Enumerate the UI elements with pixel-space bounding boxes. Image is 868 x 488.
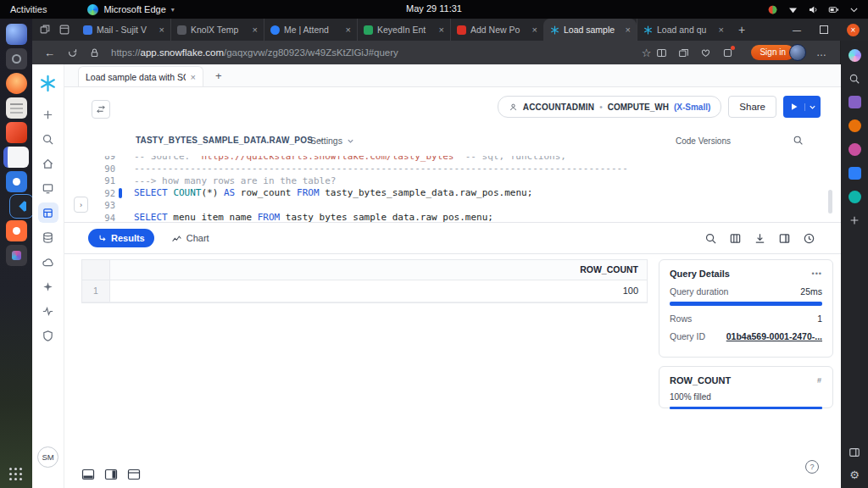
search-icon[interactable] <box>704 232 717 245</box>
url-field[interactable]: https://app.snowflake.com/gaqxgvw/zg8092… <box>111 47 398 58</box>
activities-button[interactable]: Activities <box>10 4 47 14</box>
download-icon[interactable] <box>754 232 766 245</box>
tab-close-icon[interactable]: × <box>532 25 537 35</box>
results-tab[interactable]: Results <box>88 229 154 247</box>
sidebar-item-worksheets[interactable] <box>38 202 58 223</box>
refresh-icon[interactable] <box>67 47 78 58</box>
workspaces-icon[interactable] <box>39 24 51 36</box>
code-versions-link[interactable]: Code Versions <box>676 136 731 146</box>
files-app-icon[interactable] <box>6 48 27 69</box>
back-icon[interactable]: ← <box>44 47 55 59</box>
browser-tab[interactable]: Load sample× <box>543 19 637 41</box>
play-icon[interactable] <box>790 103 798 111</box>
browser-tab[interactable]: Mail - Sujit V× <box>77 19 170 41</box>
network-icon[interactable] <box>787 4 798 15</box>
column-header-row-count[interactable]: ROW_COUNT <box>110 260 647 280</box>
browser-menu-icon[interactable]: … <box>816 47 827 58</box>
app-menu[interactable]: Microsoft Edge ▾ <box>87 4 174 15</box>
browser-tab[interactable]: KnolX Temp× <box>170 19 264 41</box>
media-app-icon[interactable] <box>6 122 27 143</box>
games-icon[interactable] <box>849 143 861 156</box>
run-button[interactable] <box>783 96 821 118</box>
site-permissions-icon[interactable] <box>89 47 100 58</box>
postman-app-icon[interactable] <box>6 220 27 241</box>
tab-close-icon[interactable]: × <box>346 25 351 35</box>
sidebar-panel-icon[interactable] <box>849 446 860 458</box>
show-applications-icon[interactable] <box>9 468 23 481</box>
collections-icon[interactable] <box>678 47 689 58</box>
shopping-icon[interactable] <box>849 96 861 108</box>
sidebar-item-admin[interactable] <box>38 325 58 346</box>
browser-essentials-icon[interactable] <box>700 47 711 58</box>
tab-close-icon[interactable]: × <box>626 25 631 35</box>
run-options-chevron-icon[interactable] <box>804 103 816 111</box>
editor-line-91[interactable]: 91---> how many rows are in the table? <box>64 175 841 187</box>
sign-in-button[interactable]: Sign in <box>751 45 794 60</box>
sidebar-item-activity[interactable] <box>38 301 58 321</box>
snowflake-logo-icon[interactable] <box>39 75 57 92</box>
mail-app-icon[interactable] <box>6 24 27 45</box>
help-button[interactable]: ? <box>805 460 819 474</box>
favorites-icon[interactable]: ☆ <box>642 47 652 59</box>
history-icon[interactable] <box>803 232 815 245</box>
editor-scrollbar[interactable] <box>828 190 832 214</box>
close-button[interactable]: × <box>847 24 860 36</box>
worksheet-tab[interactable]: Load sample data with SQ... × <box>78 66 203 86</box>
context-pill[interactable]: ACCOUNTADMIN • COMPUTE_WH (X-Small) <box>498 96 722 118</box>
editor-line-93[interactable]: 93 <box>64 199 841 212</box>
browser-tab[interactable]: KeyedIn Ent× <box>357 19 450 41</box>
extensions-icon[interactable] <box>722 47 733 58</box>
panel-full-icon[interactable] <box>127 469 141 480</box>
user-avatar[interactable]: SM <box>37 446 58 468</box>
settings-gear-icon[interactable]: ⚙ <box>849 469 860 481</box>
sidebar-item-home[interactable] <box>38 153 58 174</box>
columns-icon[interactable] <box>729 232 742 245</box>
chart-tab[interactable]: Chart <box>171 233 209 244</box>
tab-layout-icon[interactable] <box>58 24 70 36</box>
browser-profile-avatar[interactable] <box>789 44 806 61</box>
browser-tab[interactable]: Me | Attend× <box>264 19 357 41</box>
vscode-app-icon[interactable] <box>11 196 32 217</box>
sidebar-item-dashboards[interactable] <box>38 178 58 198</box>
sections-toggle-button[interactable] <box>92 100 110 119</box>
tab-close-icon[interactable]: × <box>439 25 444 35</box>
tab-close-icon[interactable]: × <box>719 25 724 35</box>
meet-app-icon[interactable] <box>6 171 27 192</box>
table-row[interactable]: 1 100 <box>82 280 647 302</box>
editor-line-89[interactable]: 89-- Source: 'https://quickstarts.snowfl… <box>64 156 841 163</box>
sidebar-item-data[interactable] <box>38 227 58 247</box>
maximize-button[interactable] <box>820 25 828 34</box>
tab-close-icon[interactable]: × <box>253 25 258 35</box>
minimize-button[interactable]: — <box>793 25 801 35</box>
split-screen-icon[interactable] <box>656 47 667 58</box>
panel-right-icon[interactable] <box>104 469 118 480</box>
split-view-icon[interactable] <box>778 232 791 245</box>
notes-app-icon[interactable] <box>3 147 29 168</box>
more-options-icon[interactable]: ••• <box>812 269 822 278</box>
sidebar-item-search[interactable] <box>38 129 58 149</box>
volume-icon[interactable] <box>808 4 819 15</box>
query-id-link[interactable]: 01b4a569-0001-2470-... <box>726 331 822 341</box>
editor-line-94[interactable]: 94SELECT menu_item_name FROM tasty_bytes… <box>64 212 841 223</box>
database-context-selector[interactable]: TASTY_BYTES_SAMPLE_DATA.RAW_POS <box>136 136 325 145</box>
input-icon[interactable] <box>767 4 778 15</box>
browser-app-icon[interactable] <box>6 73 27 94</box>
panel-bottom-icon[interactable] <box>81 469 95 480</box>
sidebar-item-ai[interactable] <box>38 276 58 297</box>
outlook-icon[interactable] <box>849 167 861 180</box>
browser-tab[interactable]: Add New Po× <box>450 19 543 41</box>
plus-icon[interactable] <box>849 214 860 226</box>
sidebar-item-plus[interactable] <box>38 104 58 125</box>
copilot-icon[interactable] <box>849 49 861 62</box>
new-worksheet-tab-button[interactable]: + <box>215 69 222 82</box>
sidebar-item-marketplace[interactable] <box>38 252 58 272</box>
new-tab-button[interactable]: + <box>738 23 745 36</box>
editor-search-icon[interactable] <box>793 135 804 146</box>
editor-line-90[interactable]: 90--------------------------------------… <box>64 163 841 175</box>
m365-icon[interactable] <box>849 119 861 132</box>
share-button[interactable]: Share <box>728 96 776 118</box>
editor-app-icon[interactable] <box>6 97 27 119</box>
worksheet-tab-close-icon[interactable]: × <box>191 72 196 82</box>
editor-line-92[interactable]: 92SELECT COUNT(*) AS row_count FROM tast… <box>64 187 841 200</box>
battery-icon[interactable] <box>828 4 839 15</box>
